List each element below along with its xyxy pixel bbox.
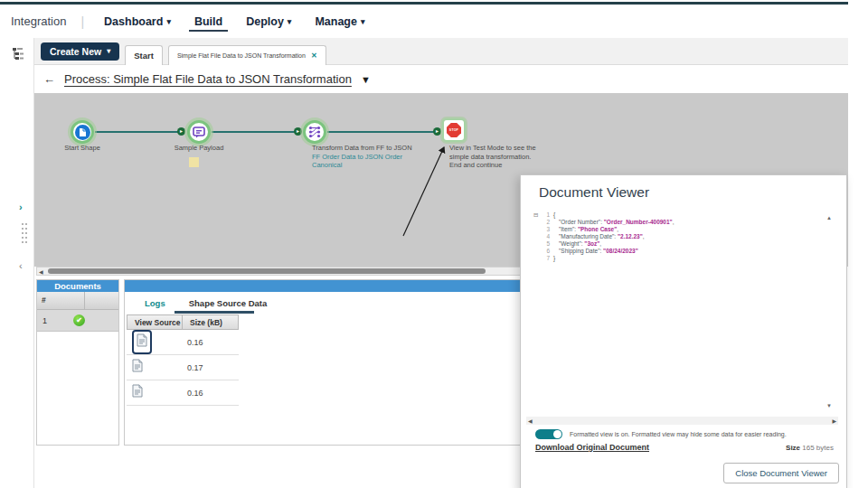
json-line: 5"Weight": "3oz",: [533, 240, 821, 248]
map-shape-label: Transform Data from FF to JSON FF Order …: [312, 144, 443, 170]
top-navbar: Integration | Dashboard▾ Build Deploy▾ M…: [0, 5, 848, 38]
source-table-header: View Source Size (kB): [127, 314, 239, 330]
start-shape-icon: [75, 125, 90, 140]
connector-line: [327, 131, 435, 133]
close-document-viewer-button[interactable]: Close Document Viewer: [723, 463, 839, 483]
document-row[interactable]: 1✔: [37, 310, 118, 332]
stop-shape-label: View in Test Mode to see the simple data…: [449, 144, 567, 170]
active-tab-underline: [175, 311, 254, 314]
viewer-horizontal-scrollbar[interactable]: ◀ ▶: [526, 417, 838, 425]
drag-handle[interactable]: [22, 223, 24, 225]
nav-item-deploy[interactable]: Deploy▾: [241, 12, 297, 32]
nav-item-build[interactable]: Build: [189, 12, 228, 32]
toggle-knob: [553, 430, 561, 438]
download-original-link[interactable]: Download Original Document: [535, 443, 649, 452]
tab-start[interactable]: Start: [125, 45, 163, 65]
dialog-title: Document Viewer: [539, 184, 649, 201]
map-shape[interactable]: [303, 120, 326, 144]
status-column-header: [84, 292, 118, 309]
shape-source-panel: Logs Shape Source Data View Source Size …: [124, 279, 522, 446]
message-shape-label: Sample Payload: [158, 144, 240, 153]
size-value: 0.17: [183, 363, 203, 372]
formatted-view-toggle[interactable]: [535, 429, 562, 439]
scroll-left-icon[interactable]: ◀: [528, 418, 533, 424]
download-row: Download Original Document Size 165 byte…: [535, 443, 834, 452]
formatted-view-row: Formatted view is on. Formatted view may…: [535, 429, 787, 439]
stop-sign-icon: STOP: [447, 123, 461, 137]
tab-shape-source-data[interactable]: Shape Source Data: [189, 298, 268, 308]
title-caret-icon[interactable]: ▼: [361, 74, 371, 85]
product-name: Integration: [11, 14, 66, 28]
documents-panel: Documents # 1✔: [36, 279, 119, 446]
source-row: 0.16: [127, 330, 239, 355]
chevron-down-icon: ▾: [107, 47, 110, 55]
connector-arrow-icon: ▸: [177, 127, 185, 136]
process-tree-icon[interactable]: [12, 47, 24, 61]
scroll-right-icon[interactable]: ▶: [832, 418, 836, 424]
connector-line: [212, 131, 297, 133]
scroll-down-icon[interactable]: ▼: [826, 403, 832, 408]
json-line: 3"Item": "Phone Case",: [533, 226, 821, 233]
tab-strip: Create New ▾ Start Simple Flat File Data…: [34, 38, 848, 65]
app-window: Integration | Dashboard▾ Build Deploy▾ M…: [0, 0, 868, 488]
expand-panel-chevron-icon[interactable]: ›: [19, 202, 23, 212]
view-source-icon[interactable]: [137, 333, 147, 351]
success-check-icon: ✔: [73, 314, 85, 326]
map-shape-icon: [308, 126, 321, 138]
formatted-view-text: Formatted view is on. Formatted view may…: [570, 431, 787, 437]
stop-shape[interactable]: STOP: [442, 118, 466, 142]
process-title-row: ← Process: Simple Flat File Data to JSON…: [34, 65, 848, 93]
view-source-column-header: View Source: [127, 314, 183, 330]
nav-item-dashboard[interactable]: Dashboard▾: [99, 12, 176, 32]
message-shape[interactable]: [187, 120, 211, 144]
scrollbar-thumb[interactable]: [48, 268, 486, 274]
documents-rows: 1✔: [37, 310, 118, 332]
nav-item-manage[interactable]: Manage▾: [309, 12, 370, 32]
json-line: 2"Order Number": "Order_Number-400901",: [533, 219, 821, 226]
source-tabs: Logs Shape Source Data: [125, 292, 521, 314]
chevron-down-icon: ▾: [166, 17, 171, 26]
source-row: 0.16: [127, 380, 239, 406]
size-value: 0.16: [183, 338, 203, 347]
size-column-header: Size (kB): [183, 314, 239, 330]
documents-panel-header: Documents: [37, 280, 118, 292]
connector-arrow-icon: ▸: [433, 127, 441, 136]
source-panel-header: [125, 280, 521, 292]
map-component-link[interactable]: Canonical: [312, 161, 443, 170]
json-line: ⊟1{: [533, 211, 821, 219]
start-shape[interactable]: [71, 120, 94, 144]
number-column-header: #: [37, 292, 84, 309]
documents-column-header: #: [37, 292, 118, 310]
nav-divider: |: [80, 14, 84, 29]
json-line: 6"Shipping Date": "08/24/2023": [533, 248, 821, 255]
source-row: 0.17: [127, 355, 239, 380]
map-component-link[interactable]: FF Order Data to JSON Order: [312, 153, 443, 162]
view-source-icon[interactable]: [132, 384, 143, 401]
page-title[interactable]: Process: Simple Flat File Data to JSON T…: [64, 72, 352, 86]
collapse-panel-chevron-icon[interactable]: ‹: [19, 260, 23, 271]
document-number: 1: [37, 316, 73, 325]
connector-arrow-icon: ▸: [294, 127, 302, 136]
tab-logs[interactable]: Logs: [145, 298, 165, 308]
chevron-down-icon: ▾: [361, 17, 365, 26]
create-new-button[interactable]: Create New ▾: [41, 42, 119, 61]
json-line: 4"Manufacturing Date": "2.12.23",: [533, 233, 821, 240]
document-size: Size 165 bytes: [786, 444, 834, 452]
sticky-note[interactable]: [189, 157, 199, 167]
document-viewer-dialog: Document Viewer ⊟1{2"Order Number": "Ord…: [520, 174, 847, 488]
annotation-highlight-box: [132, 330, 152, 354]
close-tab-icon[interactable]: ✕: [311, 52, 317, 60]
view-source-icon[interactable]: [132, 359, 143, 376]
message-shape-icon: [193, 127, 205, 138]
tab-process[interactable]: Simple Flat File Data to JSON Transforma…: [168, 45, 326, 65]
size-value: 0.16: [183, 389, 203, 398]
scroll-left-icon[interactable]: ◀: [39, 268, 43, 275]
chevron-down-icon: ▾: [288, 17, 292, 26]
start-shape-label: Start Shape: [42, 144, 123, 153]
connector-line: [95, 131, 181, 133]
json-code-area[interactable]: ⊟1{2"Order Number": "Order_Number-400901…: [533, 211, 821, 412]
source-table-rows: 0.160.170.16: [127, 330, 239, 406]
json-line: 7}: [533, 255, 821, 262]
scroll-up-icon[interactable]: ▲: [826, 215, 832, 221]
back-arrow-icon[interactable]: ←: [43, 72, 55, 86]
